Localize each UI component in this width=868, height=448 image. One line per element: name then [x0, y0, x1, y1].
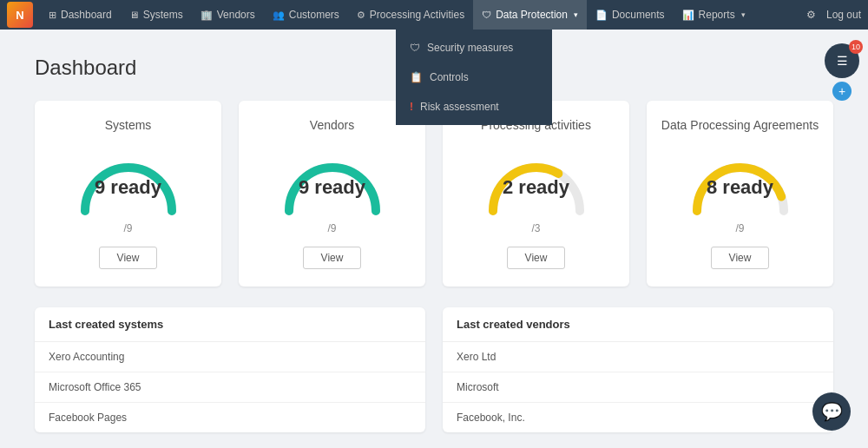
brand-logo[interactable]: N [7, 2, 33, 28]
nav-item-dashboard[interactable]: ⊞ Dashboard [40, 0, 121, 30]
customers-icon: 👥 [273, 10, 285, 21]
vendors-gauge: 9 ready [276, 146, 389, 215]
last-vendors-card: Last created vendors Xero Ltd Microsoft … [443, 307, 833, 432]
nav-items: ⊞ Dashboard 🖥 Systems 🏢 Vendors 👥 Custom… [40, 0, 806, 30]
systems-icon: 🖥 [129, 10, 139, 20]
dashboard-icon: ⊞ [49, 10, 56, 21]
systems-card: Systems 9 ready /9 View [35, 101, 221, 287]
dpa-gauge-sub: /9 [661, 222, 819, 234]
dropdown-security-measures[interactable]: 🛡 Security measures [396, 33, 552, 63]
dpa-card-title: Data Processing Agreements [661, 118, 819, 132]
nav-item-reports[interactable]: 📊 Reports ▾ [674, 0, 754, 30]
dropdown-arrow-icon: ▾ [574, 10, 578, 19]
lists-row: Last created systems Xero Accounting Mic… [35, 307, 833, 432]
list-item: Microsoft [443, 372, 833, 403]
nav-right: ⚙ Log out [806, 9, 861, 21]
security-measures-icon: 🛡 [410, 42, 420, 54]
fab-container: ☰ 10 + [825, 43, 859, 101]
documents-icon: 📄 [595, 10, 608, 21]
fab-button[interactable]: ☰ 10 [825, 43, 859, 78]
fab-badge: 10 [849, 40, 863, 54]
nav-item-customers[interactable]: 👥 Customers [264, 0, 348, 30]
vendors-card-title: Vendors [253, 118, 411, 132]
data-protection-dropdown: 🛡 Security measures 📋 Controls ! Risk as… [396, 30, 552, 125]
processing-card: Processing activities 2 ready /3 View [443, 101, 629, 287]
list-item: Microsoft Office 365 [35, 372, 425, 403]
systems-gauge-text: 9 ready [95, 176, 161, 199]
nav-item-documents[interactable]: 📄 Documents [587, 0, 674, 30]
dpa-gauge-text: 8 ready [707, 176, 773, 199]
last-vendors-header: Last created vendors [443, 307, 833, 342]
reports-arrow-icon: ▾ [741, 10, 746, 19]
fab-plus-button[interactable]: + [832, 82, 852, 101]
chat-icon: 💬 [821, 401, 843, 422]
logout-button[interactable]: Log out [826, 9, 861, 21]
list-item: Facebook Pages [35, 403, 425, 432]
processing-gauge-sub: /3 [457, 222, 615, 234]
last-systems-header: Last created systems [35, 307, 425, 342]
dropdown-controls[interactable]: 📋 Controls [396, 63, 552, 92]
chat-button[interactable]: 💬 [812, 392, 851, 431]
dropdown-risk-assessment[interactable]: ! Risk assessment [396, 92, 552, 122]
systems-view-button[interactable]: View [99, 247, 158, 269]
vendors-gauge-text: 9 ready [299, 176, 365, 199]
nav-item-systems[interactable]: 🖥 Systems [121, 0, 192, 30]
nav-item-data-protection[interactable]: 🛡 Data Protection ▾ [473, 0, 587, 30]
list-item: Xero Ltd [443, 342, 833, 372]
dpa-gauge: 8 ready [684, 146, 797, 215]
systems-card-title: Systems [49, 118, 207, 132]
navbar: N ⊞ Dashboard 🖥 Systems 🏢 Vendors 👥 Cust… [0, 0, 868, 30]
systems-gauge-sub: /9 [49, 222, 207, 234]
controls-icon: 📋 [410, 71, 423, 83]
data-protection-icon: 🛡 [482, 10, 491, 20]
last-systems-card: Last created systems Xero Accounting Mic… [35, 307, 425, 432]
processing-gauge-text: 2 ready [503, 176, 569, 199]
nav-item-processing-activities[interactable]: ⚙ Processing Activities [348, 0, 473, 30]
vendors-view-button[interactable]: View [303, 247, 362, 269]
dpa-view-button[interactable]: View [711, 247, 770, 269]
vendors-card: Vendors 9 ready /9 View [239, 101, 425, 287]
dpa-card: Data Processing Agreements 8 ready /9 Vi… [647, 101, 833, 287]
list-item: Xero Accounting [35, 342, 425, 372]
list-item: Facebook, Inc. [443, 403, 833, 432]
vendors-gauge-sub: /9 [253, 222, 411, 234]
vendors-icon: 🏢 [201, 10, 213, 21]
nav-item-vendors[interactable]: 🏢 Vendors [192, 0, 264, 30]
processing-view-button[interactable]: View [507, 247, 566, 269]
processing-gauge: 2 ready [480, 146, 593, 215]
fab-list-icon: ☰ [837, 54, 848, 68]
processing-icon: ⚙ [357, 10, 365, 21]
reports-icon: 📊 [682, 10, 694, 21]
cards-row: Systems 9 ready /9 View Vendors 9 ready [35, 101, 833, 287]
systems-gauge: 9 ready [72, 146, 185, 215]
settings-icon[interactable]: ⚙ [806, 9, 816, 21]
risk-assessment-icon: ! [410, 101, 413, 113]
